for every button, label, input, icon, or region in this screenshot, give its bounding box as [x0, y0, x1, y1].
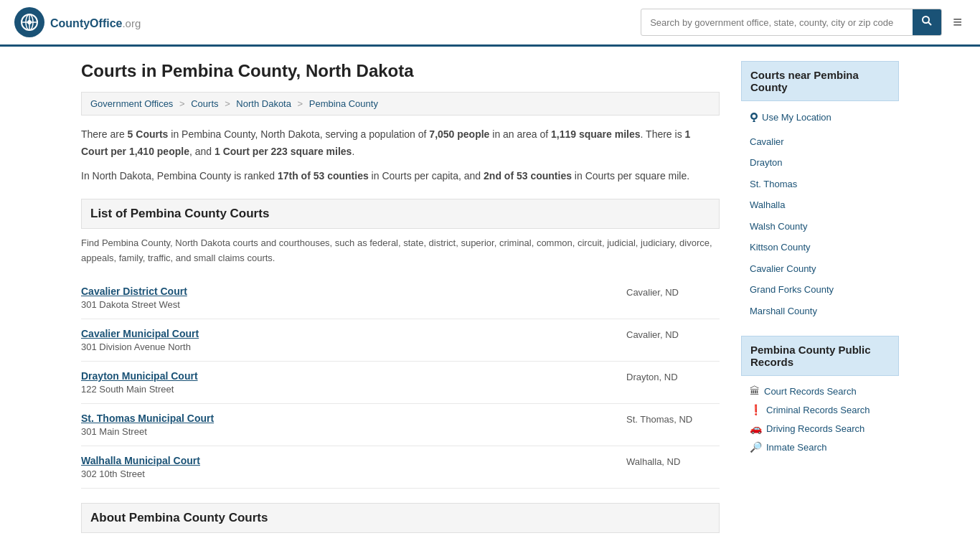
header-right: ≡: [641, 9, 966, 36]
court-location-4: St. Thomas, ND: [626, 413, 720, 425]
court-location-5: Walhalla, ND: [626, 455, 720, 467]
list-item: ❗ Criminal Records Search: [741, 400, 899, 419]
criminal-records-link[interactable]: Criminal Records Search: [766, 405, 870, 415]
breadcrumb-sep2: >: [225, 98, 230, 109]
court-records-icon: 🏛: [750, 385, 760, 397]
court-name-4[interactable]: St. Thomas Municipal Court: [81, 413, 626, 424]
court-address-3: 122 South Main Street: [81, 384, 626, 395]
list-item: 🏛 Court Records Search: [741, 382, 899, 400]
page-title: Courts in Pembina County, North Dakota: [81, 61, 720, 81]
per-sqmile: 1 Court per 223 square miles: [215, 146, 352, 157]
driving-records-link[interactable]: Driving Records Search: [766, 423, 864, 434]
criminal-records-icon: ❗: [750, 404, 762, 415]
inmate-search-link[interactable]: Inmate Search: [766, 442, 827, 453]
list-item: 🚗 Driving Records Search: [741, 419, 899, 438]
description-line1: There are 5 Courts in Pembina County, No…: [81, 126, 720, 161]
inmate-search-icon: 🔎: [750, 441, 762, 453]
list-section-heading: List of Pembina County Courts: [81, 199, 720, 229]
content-area: Courts in Pembina County, North Dakota G…: [81, 61, 720, 533]
table-row: Drayton Municipal Court 122 South Main S…: [81, 362, 720, 404]
breadcrumb-sep1: >: [179, 98, 185, 109]
use-location-link[interactable]: Use My Location: [762, 110, 831, 125]
table-row: Cavalier District Court 301 Dakota Stree…: [81, 277, 720, 319]
location-pin-icon: [750, 112, 758, 123]
logo-text: CountyOffice.org: [50, 14, 141, 31]
list-item: 🔎 Inmate Search: [741, 438, 899, 456]
court-records-link[interactable]: Court Records Search: [764, 386, 857, 397]
court-count: 5 Courts: [128, 128, 169, 140]
sidebar-item-cavalier[interactable]: Cavalier: [741, 131, 899, 153]
driving-records-icon: 🚗: [750, 423, 762, 434]
court-address-1: 301 Dakota Street West: [81, 299, 626, 310]
court-name-3[interactable]: Drayton Municipal Court: [81, 370, 626, 382]
breadcrumb-county[interactable]: Pembina County: [309, 98, 378, 109]
svg-line-6: [928, 22, 931, 25]
court-location-1: Cavalier, ND: [626, 286, 720, 298]
logo-area: CountyOffice.org: [14, 7, 141, 37]
use-location-item[interactable]: Use My Location: [741, 107, 899, 128]
main-container: Courts in Pembina County, North Dakota G…: [67, 47, 913, 547]
court-info: St. Thomas Municipal Court 301 Main Stre…: [81, 413, 626, 437]
svg-point-8: [753, 114, 756, 118]
find-text: Find Pembina County, North Dakota courts…: [81, 236, 720, 266]
court-info: Walhalla Municipal Court 302 10th Street: [81, 455, 626, 479]
population: 7,050 people: [429, 128, 489, 140]
sidebar-item-walsh-county[interactable]: Walsh County: [741, 216, 899, 237]
sidebar-nearby-title: Courts near Pembina County: [741, 61, 899, 101]
breadcrumb-sep3: >: [298, 98, 303, 109]
court-info: Cavalier District Court 301 Dakota Stree…: [81, 286, 626, 310]
rank-capita: 17th of 53 counties: [278, 170, 369, 182]
sidebar-item-grand-forks-county[interactable]: Grand Forks County: [741, 279, 899, 301]
search-button[interactable]: [913, 9, 941, 35]
court-name-5[interactable]: Walhalla Municipal Court: [81, 455, 626, 466]
sidebar-records-title: Pembina County Public Records: [741, 336, 899, 376]
court-location-3: Drayton, ND: [626, 370, 720, 382]
sidebar: Courts near Pembina County Use My Locati…: [741, 61, 899, 533]
court-info: Drayton Municipal Court 122 South Main S…: [81, 370, 626, 395]
sidebar-item-kittson-county[interactable]: Kittson County: [741, 237, 899, 258]
court-address-5: 302 10th Street: [81, 468, 626, 479]
breadcrumb-courts[interactable]: Courts: [191, 98, 218, 109]
search-input[interactable]: [641, 11, 913, 34]
sidebar-item-cavalier-county[interactable]: Cavalier County: [741, 258, 899, 280]
about-section-heading: About Pembina County Courts: [81, 503, 720, 533]
logo-icon: [14, 7, 44, 37]
header: CountyOffice.org ≡: [0, 0, 980, 47]
court-info: Cavalier Municipal Court 301 Division Av…: [81, 328, 626, 352]
rank-sqmile: 2nd of 53 counties: [484, 170, 572, 182]
sidebar-records-section: Pembina County Public Records 🏛 Court Re…: [741, 336, 899, 456]
table-row: St. Thomas Municipal Court 301 Main Stre…: [81, 404, 720, 446]
court-location-2: Cavalier, ND: [626, 328, 720, 340]
sidebar-item-walhalla[interactable]: Walhalla: [741, 194, 899, 216]
svg-point-5: [923, 17, 929, 23]
area: 1,119 square miles: [551, 128, 641, 140]
court-list: Cavalier District Court 301 Dakota Stree…: [81, 277, 720, 489]
search-bar: [641, 9, 942, 36]
menu-icon[interactable]: ≡: [949, 9, 966, 35]
table-row: Cavalier Municipal Court 301 Division Av…: [81, 319, 720, 362]
court-name-1[interactable]: Cavalier District Court: [81, 286, 626, 297]
court-name-2[interactable]: Cavalier Municipal Court: [81, 328, 626, 339]
sidebar-item-marshall-county[interactable]: Marshall County: [741, 301, 899, 322]
breadcrumb-gov-offices[interactable]: Government Offices: [90, 98, 173, 109]
sidebar-item-st-thomas[interactable]: St. Thomas: [741, 174, 899, 195]
court-address-2: 301 Division Avenue North: [81, 342, 626, 352]
description-line2: In North Dakota, Pembina County is ranke…: [81, 168, 720, 185]
breadcrumb-state[interactable]: North Dakota: [236, 98, 291, 109]
table-row: Walhalla Municipal Court 302 10th Street…: [81, 446, 720, 489]
svg-point-4: [27, 20, 32, 24]
sidebar-item-drayton[interactable]: Drayton: [741, 152, 899, 174]
breadcrumb: Government Offices > Courts > North Dako…: [81, 92, 720, 116]
court-address-4: 301 Main Street: [81, 426, 626, 437]
